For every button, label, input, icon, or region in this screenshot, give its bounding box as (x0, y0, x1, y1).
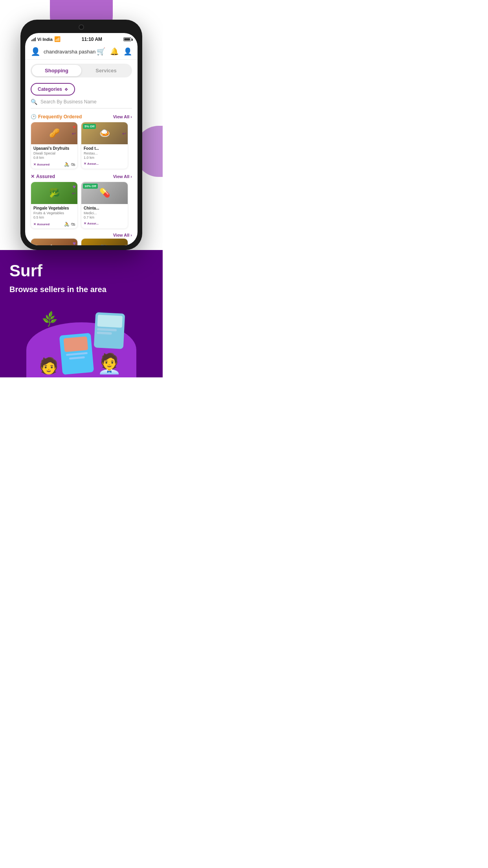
header-icons: 🛒 🔔 👤 (97, 47, 132, 56)
phone-frame: Vi India 📶 11:10 AM 👤 chandravarsha pash… (20, 20, 142, 250)
illustration-person-standing: 🧑‍💼 (97, 354, 121, 373)
categories-row: Categories ⋄ (25, 81, 138, 99)
share-icon-food[interactable]: ↩ (122, 131, 126, 136)
discount-badge-chinta: 10% Off (83, 184, 98, 189)
illustration-person-sitting: 🧑 (39, 358, 59, 373)
tab-services[interactable]: Services (81, 65, 131, 76)
search-icon: 🔍 (31, 99, 37, 105)
more-cards: 🍗 ♥ ↩ ...icken ... Restau... 🥘 Hotel D..… (25, 238, 138, 245)
profile-icon[interactable]: 👤 (123, 47, 132, 56)
carrier-label: Vi India (37, 37, 53, 42)
signal-icon (31, 37, 36, 41)
frequently-ordered-cards: 🥜 ♥ ↩ Upasani's Dryfruits Diwali Special… (25, 122, 138, 172)
assured-badge-upasani: ✕ Assured (33, 163, 50, 166)
view-all-more-row: View All (25, 232, 138, 238)
phone-screen: Vi India 📶 11:10 AM 👤 chandravarsha pash… (25, 33, 138, 245)
app-header: 👤 chandravarsha pashan 🛒 🔔 👤 (25, 44, 138, 60)
grid-icon: ⋄ (64, 86, 68, 92)
product-card-upasani[interactable]: 🥜 ♥ ↩ Upasani's Dryfruits Diwali Special… (31, 122, 78, 169)
location-label: chandravarsha pashan (44, 49, 97, 55)
assured-badge-chinta: ✕Assur... (84, 222, 99, 225)
time-label: 11:10 AM (82, 37, 102, 42)
view-all-frequently-ordered[interactable]: View All (113, 114, 132, 119)
delivery-icons-pingale: 🚴 🛍 (64, 222, 75, 227)
battery-icon (123, 37, 131, 41)
product-card-chinta[interactable]: 💊 10% Off Chinta... Medici... 0.7 km ✕As… (81, 182, 128, 229)
assured-cards: 🥦 ♥ ↩ Pingale Vegetables Fruits & Vegeta… (25, 182, 138, 232)
status-left: Vi India 📶 (31, 36, 61, 42)
card-image-upasani: 🥜 (31, 122, 77, 144)
product-card-hotel[interactable]: 🥘 Hotel D... Restau... 0.6 km (81, 238, 128, 245)
surf-title: Surf (9, 262, 153, 280)
assured-badge-pingale: ✕Assured (33, 223, 50, 226)
product-card-pingale[interactable]: 🥦 ♥ ↩ Pingale Vegetables Fruits & Vegeta… (31, 182, 78, 229)
heart-icon-pingale[interactable]: ♥ (73, 184, 76, 190)
surf-subtitle: Browse sellers in the area (9, 284, 153, 295)
assured-section-icon: ✕ (31, 174, 35, 179)
search-bar: 🔍 Search By Business Name (31, 99, 132, 108)
assured-badge-food: ✕Assur... (84, 162, 99, 166)
card-image-pingale: 🥦 (31, 182, 77, 204)
card-name-food: Food t... (84, 146, 125, 151)
frequently-ordered-header: 🕑 Frequently Ordered View All (25, 112, 138, 122)
card-dist-food: 1.0 km (84, 156, 125, 160)
phone-notch (25, 24, 138, 31)
cart-icon[interactable]: 🛒 (97, 47, 105, 56)
wifi-icon: 📶 (54, 36, 61, 42)
categories-label: Categories (38, 86, 62, 92)
camera-notch (79, 24, 84, 30)
card-dist-upasani: 0.8 km (33, 156, 75, 160)
product-card-food[interactable]: 🍛 5% Off ↩ Food t... Restau... 1.0 km ✕A… (81, 122, 128, 169)
view-all-assured[interactable]: View All (113, 174, 132, 179)
assured-icon: ✕ (33, 163, 36, 166)
illustration-card-2 (94, 312, 125, 349)
share-icon-upasani[interactable]: ↩ (72, 131, 76, 136)
tab-bar: Shopping Services (31, 64, 132, 77)
delivery-icons-upasani: 🚴 🛍 (64, 162, 75, 167)
card-sub-upasani: Diwali Special (33, 151, 75, 155)
section-title-frequently-ordered: 🕑 Frequently Ordered (31, 114, 82, 120)
card-sub-food: Restau... (84, 151, 125, 155)
card-name-pingale: Pingale Vegetables (33, 206, 75, 211)
card-sub-chinta: Medici... (84, 211, 125, 215)
illustration-content: 🌿 🌿 🧑 🧑‍💼 (39, 313, 124, 377)
card-name-chinta: Chinta... (84, 206, 125, 211)
heart-icon-chicken[interactable]: ♥ (73, 240, 76, 245)
card-dist-pingale: 0.5 km (33, 215, 75, 219)
assured-header: ✕ Assured View All (25, 172, 138, 182)
card-name-upasani: Upasani's Dryfruits (33, 146, 75, 151)
card-sub-pingale: Fruits & Vegetables (33, 211, 75, 215)
share-icon-pingale[interactable]: ↩ (72, 191, 76, 196)
search-input[interactable]: Search By Business Name (40, 99, 132, 105)
location-icon: 👤 (31, 47, 40, 56)
card-dist-chinta: 0.7 km (84, 215, 125, 219)
illustration-menu-card (59, 333, 94, 375)
bell-icon[interactable]: 🔔 (110, 47, 119, 56)
promo-section: Surf Browse sellers in the area 🌿 🌿 🧑 (0, 250, 163, 377)
status-right (123, 37, 131, 41)
product-card-chicken[interactable]: 🍗 ♥ ↩ ...icken ... Restau... (31, 238, 78, 245)
section-title-assured: ✕ Assured (31, 174, 55, 179)
clock-icon: 🕑 (31, 114, 37, 120)
tab-shopping[interactable]: Shopping (32, 65, 81, 76)
view-all-more[interactable]: View All (113, 233, 132, 237)
heart-icon-upasani[interactable]: ♥ (73, 124, 76, 130)
status-bar: Vi India 📶 11:10 AM (25, 33, 138, 44)
discount-badge-food: 5% Off (83, 124, 96, 129)
illustration-area: 🌿 🌿 🧑 🧑‍💼 (9, 307, 153, 377)
categories-button[interactable]: Categories ⋄ (31, 83, 75, 96)
